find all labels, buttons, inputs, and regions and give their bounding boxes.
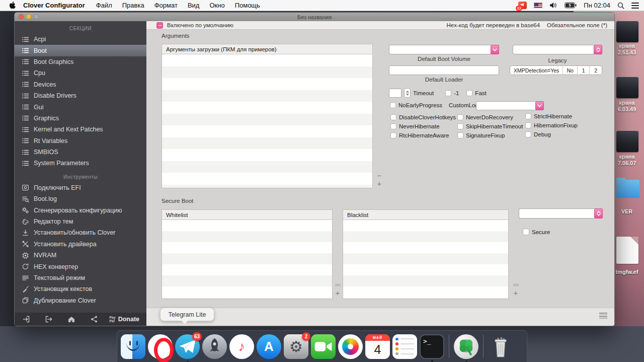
strict-hibernate-checkbox[interactable] (525, 113, 531, 119)
opera-dock-icon[interactable] (148, 334, 173, 359)
whitelist-resize-grip[interactable] (334, 284, 342, 287)
fast-checkbox[interactable] (466, 90, 472, 96)
blacklist-rows[interactable] (343, 220, 508, 299)
menu-view[interactable]: Вид (188, 2, 200, 9)
battery-icon[interactable] (565, 2, 577, 9)
timeout-minus-one-checkbox[interactable] (445, 90, 451, 96)
desktop-screenshot[interactable] (616, 77, 639, 98)
desktop-folder[interactable] (616, 180, 640, 198)
input-language-flag-icon[interactable] (534, 3, 542, 8)
menu-help[interactable]: Помощь (235, 2, 260, 9)
debug-checkbox[interactable] (525, 131, 531, 137)
share-icon[interactable] (90, 315, 98, 324)
menu-file[interactable]: Файл (96, 2, 112, 9)
menu-bar-clock[interactable]: Пн 02:04 (584, 2, 610, 9)
chevron-down-icon[interactable] (535, 101, 544, 110)
sidebar-tool-theme-editor[interactable]: Редактор тем (15, 216, 146, 227)
window-resize-grip-icon[interactable] (599, 313, 607, 320)
chevron-updown-icon[interactable] (594, 208, 603, 219)
trash-dock-icon[interactable] (488, 334, 513, 359)
minimize-button[interactable] (26, 14, 31, 19)
timeout-input[interactable] (389, 89, 401, 98)
enabled-by-default-checkbox[interactable] (156, 22, 163, 29)
desktop-file[interactable] (616, 237, 639, 264)
sidebar-tool-install-drivers[interactable]: Установить драйвера (15, 239, 146, 250)
xmp-segment-2[interactable]: 2 (590, 66, 602, 75)
default-loader-field[interactable] (389, 65, 499, 75)
sidebar-tool-text-mode[interactable]: Текстовый режим (15, 272, 146, 283)
telegram-dock-icon[interactable]: 63 (175, 334, 200, 359)
custom-logo-input[interactable] (476, 101, 535, 110)
secure-boot-policy-popup[interactable] (519, 208, 603, 219)
sidebar-item-rt-variables[interactable]: Rt Variables (15, 135, 146, 147)
volume-icon[interactable] (549, 2, 557, 9)
disable-clover-hotkeys-checkbox[interactable] (390, 114, 396, 120)
default-boot-volume-input[interactable] (389, 45, 491, 54)
close-button[interactable] (19, 14, 24, 19)
blacklist-resize-grip[interactable] (512, 284, 520, 287)
sidebar-tool-nvram[interactable]: NVRAM (15, 250, 146, 261)
never-do-recovery-checkbox[interactable] (457, 114, 463, 120)
finder-dock-icon[interactable] (121, 334, 145, 359)
spotlight-search-icon[interactable] (617, 2, 624, 9)
skip-hibernate-timeout-checkbox[interactable] (457, 123, 463, 129)
whitelist-rows[interactable] (162, 220, 332, 299)
sidebar-item-acpi[interactable]: Acpi (15, 34, 146, 45)
clover-configurator-dock-icon[interactable] (454, 334, 478, 359)
sidebar-tool-generate-config[interactable]: Сгенерировать конфигурацию (15, 204, 146, 215)
terminal-dock-icon[interactable]: >_ (420, 334, 444, 359)
legacy-input[interactable] (513, 45, 594, 54)
notification-center-icon[interactable] (631, 3, 639, 9)
menu-format[interactable]: Формат (154, 2, 178, 9)
photos-dock-icon[interactable] (338, 334, 363, 359)
zoom-button[interactable] (34, 14, 39, 19)
sidebar-item-devices[interactable]: Devices (15, 79, 146, 90)
boot-arguments-header[interactable]: Аргументы загрузки (ПКМ для примеров) (162, 44, 372, 54)
custom-logo-combo[interactable] (476, 101, 544, 110)
home-icon[interactable] (67, 315, 75, 324)
xmp-segment-yes[interactable]: XMPDetection=Yes (510, 66, 563, 75)
never-hibernate-checkbox[interactable] (390, 123, 396, 129)
calendar-dock-icon[interactable]: МАЙ 4 (365, 334, 390, 359)
legacy-popup[interactable] (513, 45, 602, 54)
menu-window[interactable]: Окно (209, 2, 224, 9)
launchpad-rocket-dock-icon[interactable] (202, 334, 227, 359)
whitelist-header[interactable]: Whitelist (162, 210, 332, 220)
active-app-name[interactable]: Clover Configurator (23, 2, 85, 9)
menu-extra-app-icon[interactable]: 63 (518, 2, 527, 9)
sidebar-item-smbios[interactable]: SMBIOS (15, 147, 146, 158)
music-dock-icon[interactable]: ♪ (229, 334, 254, 359)
desktop-screenshot[interactable] (616, 131, 639, 152)
rtc-hibernate-aware-checkbox[interactable] (390, 132, 396, 138)
desktop-screenshot[interactable] (616, 21, 639, 42)
whitelist-add-button[interactable]: + (334, 289, 342, 297)
chevron-updown-icon[interactable] (594, 45, 602, 54)
sidebar-tool-bootlog[interactable]: Boot.log (15, 193, 146, 204)
sidebar-item-boot[interactable]: Boot (15, 45, 146, 56)
export-icon[interactable] (44, 315, 53, 324)
xmp-segment-1[interactable]: 1 (578, 66, 590, 75)
default-boot-volume-combo[interactable] (389, 45, 499, 54)
boot-arguments-rows[interactable] (162, 54, 372, 188)
chevron-down-icon[interactable] (491, 45, 499, 54)
sidebar-item-gui[interactable]: Gui (15, 101, 146, 112)
sidebar-item-system-parameters[interactable]: System Parameters (15, 158, 146, 169)
sidebar-item-boot-graphics[interactable]: Boot Graphics (15, 56, 146, 67)
secure-checkbox[interactable] (523, 229, 529, 235)
hibernation-fixup-checkbox[interactable] (525, 122, 531, 128)
apple-menu-icon[interactable] (9, 2, 16, 10)
menu-edit[interactable]: Правка (122, 2, 144, 9)
boot-arguments-table[interactable]: Аргументы загрузки (ПКМ для примеров) (162, 44, 373, 188)
default-loader-input[interactable] (389, 65, 499, 75)
blacklist-add-button[interactable]: + (512, 289, 520, 297)
xmp-segment-no[interactable]: No (563, 66, 577, 75)
secure-boot-policy-input[interactable] (519, 208, 594, 219)
signature-fixup-checkbox[interactable] (457, 132, 463, 138)
sidebar-tool-install-clover[interactable]: Установить/обновить Clover (15, 227, 146, 238)
app-store-dock-icon[interactable]: A (257, 334, 281, 359)
sidebar-item-disable-drivers[interactable]: Disable Drivers (15, 90, 146, 101)
sidebar-item-graphics[interactable]: Graphics (15, 113, 146, 124)
sidebar-tool-hex-converter[interactable]: HEX конвертер (15, 261, 146, 272)
donate-button[interactable]: PayPal Donate (109, 316, 139, 323)
arguments-remove-button[interactable]: − (375, 172, 383, 179)
